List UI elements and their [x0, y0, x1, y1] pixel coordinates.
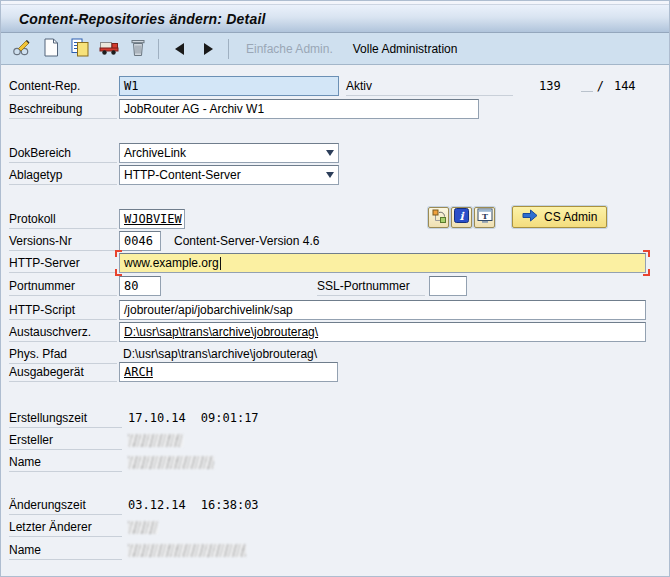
cs-admin-button[interactable]: CS Admin — [512, 206, 607, 228]
create-icon — [43, 38, 59, 60]
erstellungszeit-value: 17.10.14 09:01:17 — [128, 411, 259, 425]
letzter-aenderer-value-redacted — [128, 521, 158, 534]
aenderer-name-label: Name — [9, 540, 122, 560]
previous-button[interactable] — [166, 36, 192, 62]
phys-pfad-row: Phys. Pfad D:\usr\sap\trans\archive\jobr… — [9, 344, 317, 364]
http-script-row: HTTP-Script /jobrouter/api/jobarchivelin… — [9, 300, 646, 320]
versions-nr-label: Versions-Nr — [9, 231, 117, 251]
toolbar-separator — [228, 39, 229, 59]
status-label: Aktiv — [346, 76, 513, 96]
copy-button[interactable] — [67, 36, 93, 62]
cursor-bracket-icon — [643, 250, 650, 257]
beschreibung-row: Beschreibung JobRouter AG - Archiv W1 — [9, 99, 479, 119]
einfache-admin-button[interactable]: Einfache Admin. — [236, 36, 343, 62]
structure-button[interactable] — [428, 207, 449, 228]
ausgabegeraet-input[interactable]: ARCH — [119, 362, 338, 382]
delete-icon — [130, 38, 146, 60]
ablagetyp-label: Ablagetyp — [9, 165, 117, 185]
ssl-portnummer-input[interactable] — [429, 276, 467, 296]
cs-admin-label: CS Admin — [544, 210, 597, 224]
erstellungszeit-row: Erstellungszeit 17.10.14 09:01:17 — [9, 408, 259, 428]
ausgabegeraet-row: Ausgabegerät ARCH — [9, 362, 338, 382]
content-rep-row: Content-Rep. W1 Aktiv 139 / 144 — [9, 76, 646, 96]
aenderer-name-row: Name — [9, 540, 246, 560]
beschreibung-label: Beschreibung — [9, 99, 117, 119]
ersteller-label: Ersteller — [9, 430, 122, 450]
content-rep-input[interactable]: W1 — [119, 76, 339, 96]
protokoll-row: Protokoll WJOBVIEW — [9, 209, 185, 229]
http-script-label: HTTP-Script — [9, 300, 117, 320]
copy-icon — [71, 38, 90, 60]
versions-nr-row: Versions-Nr 0046 Content-Server-Version … — [9, 231, 319, 251]
sap-window: Content-Repositories ändern: Detail — [0, 0, 670, 577]
created-time: 09:01:17 — [201, 411, 259, 425]
info-button[interactable]: i — [451, 207, 472, 228]
count-current: 139 — [539, 79, 561, 93]
cursor-bracket-icon — [643, 269, 650, 276]
beschreibung-input[interactable]: JobRouter AG - Archiv W1 — [119, 99, 479, 119]
dokbereich-row: DokBereich ArchiveLink — [9, 143, 339, 163]
http-script-input[interactable]: /jobrouter/api/jobarchivelink/sap — [119, 300, 646, 320]
ersteller-name-value-redacted — [128, 456, 214, 469]
dokbereich-label: DokBereich — [9, 143, 117, 163]
transport-button[interactable] — [96, 36, 122, 62]
document-count: 139 / 144 — [539, 79, 646, 93]
structure-icon — [431, 208, 447, 227]
dokbereich-value: ArchiveLink — [124, 146, 186, 160]
ablagetyp-dropdown[interactable]: HTTP-Content-Server — [119, 165, 339, 185]
ablagetyp-value: HTTP-Content-Server — [124, 168, 241, 182]
svg-text:T: T — [482, 211, 488, 221]
phys-pfad-label: Phys. Pfad — [9, 344, 117, 364]
letzter-aenderer-row: Letzter Änderer — [9, 517, 158, 537]
certificate-button[interactable]: T — [474, 207, 495, 228]
http-server-row: HTTP-Server www.example.org — [9, 253, 646, 273]
protokoll-label: Protokoll — [9, 209, 117, 229]
http-server-label: HTTP-Server — [9, 253, 117, 273]
content-server-version-note: Content-Server-Version 4.6 — [174, 234, 319, 248]
info-icon: i — [454, 208, 469, 226]
display-change-icon — [12, 37, 32, 60]
chevron-down-icon — [326, 172, 334, 178]
transport-icon — [99, 39, 120, 59]
dokbereich-dropdown[interactable]: ArchiveLink — [119, 143, 339, 163]
ssl-portnummer-label: SSL-Portnummer — [317, 276, 425, 296]
changed-date: 03.12.14 — [128, 498, 186, 512]
next-button[interactable] — [195, 36, 221, 62]
portnummer-input[interactable]: 80 — [119, 276, 161, 296]
toolbar-separator — [158, 39, 159, 59]
chevron-down-icon — [326, 150, 334, 156]
count-total: 144 — [614, 79, 636, 93]
created-date: 17.10.14 — [128, 411, 186, 425]
count-underline — [581, 80, 593, 92]
versions-nr-input[interactable]: 0046 — [119, 231, 161, 251]
aenderungszeit-value: 03.12.14 16:38:03 — [128, 498, 259, 512]
previous-icon — [175, 43, 184, 55]
austauschverz-row: Austauschverz. D:\usr\sap\trans\archive\… — [9, 322, 646, 342]
austauschverz-label: Austauschverz. — [9, 322, 117, 342]
window-titlebar: Content-Repositories ändern: Detail — [1, 5, 669, 33]
next-icon — [204, 43, 213, 55]
count-separator: / — [597, 79, 604, 93]
ablagetyp-row: Ablagetyp HTTP-Content-Server — [9, 165, 339, 185]
portnummer-label: Portnummer — [9, 276, 117, 296]
aenderungszeit-label: Änderungszeit — [9, 495, 122, 515]
ersteller-name-row: Name — [9, 452, 214, 472]
protokoll-input[interactable]: WJOBVIEW — [119, 209, 185, 229]
create-button[interactable] — [38, 36, 64, 62]
ersteller-value-redacted — [128, 434, 183, 447]
content-rep-label: Content-Rep. — [9, 76, 117, 96]
volle-administration-button[interactable]: Volle Administration — [343, 36, 468, 62]
display-change-button[interactable] — [9, 36, 35, 62]
portnummer-row: Portnummer 80 SSL-Portnummer — [9, 276, 467, 296]
phys-pfad-value: D:\usr\sap\trans\archive\jobrouterag\ — [123, 347, 317, 361]
cursor-bracket-icon — [115, 250, 122, 257]
detail-form: Content-Rep. W1 Aktiv 139 / 144 Beschrei… — [1, 65, 669, 575]
austauschverz-input[interactable]: D:\usr\sap\trans\archive\jobrouterag\ — [119, 322, 646, 342]
aenderer-name-value-redacted — [128, 544, 246, 557]
http-server-input[interactable]: www.example.org — [119, 253, 646, 273]
delete-button[interactable] — [125, 36, 151, 62]
ersteller-row: Ersteller — [9, 430, 183, 450]
arrow-right-icon — [522, 209, 538, 225]
ausgabegeraet-label: Ausgabegerät — [9, 362, 117, 382]
certificate-icon: T — [477, 208, 493, 227]
